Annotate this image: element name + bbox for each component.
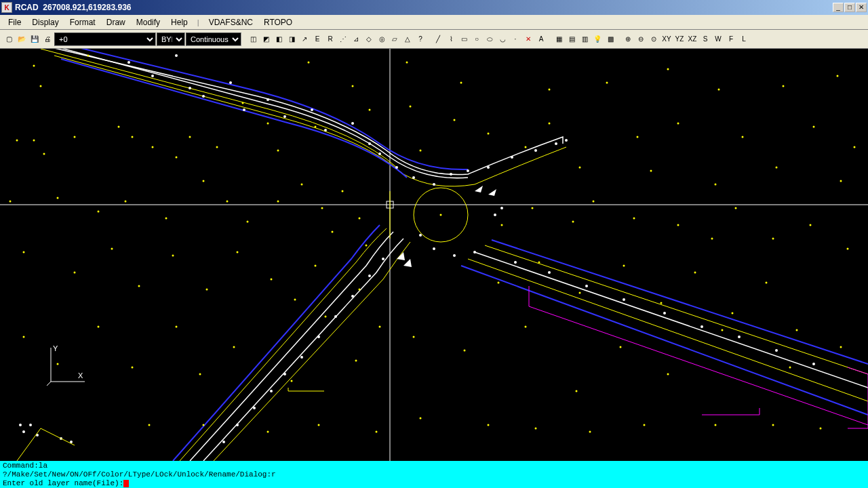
svg-point-26: [308, 62, 310, 64]
menu-modify[interactable]: Modify: [131, 16, 165, 28]
text-icon[interactable]: A: [535, 33, 547, 45]
svg-point-152: [467, 169, 469, 172]
view-xy[interactable]: XY: [660, 33, 673, 45]
svg-point-173: [236, 424, 239, 426]
tool-icon-7[interactable]: ⊿: [350, 33, 362, 45]
svg-point-62: [277, 201, 279, 203]
view-xz[interactable]: XZ: [686, 33, 698, 45]
linetype-select[interactable]: Continuous: [186, 33, 241, 46]
line-icon[interactable]: ╱: [432, 33, 444, 45]
svg-point-166: [351, 295, 354, 298]
svg-point-58: [165, 218, 167, 220]
svg-point-74: [633, 218, 635, 220]
ellipse-icon[interactable]: ⬭: [484, 33, 496, 45]
svg-point-32: [420, 150, 422, 152]
menu-vdafs[interactable]: VDAFS&NC: [203, 16, 258, 28]
view-yz[interactable]: YZ: [673, 33, 686, 45]
delete-icon[interactable]: ✕: [522, 33, 534, 45]
svg-point-129: [715, 424, 717, 426]
command-area[interactable]: Command:la ?/Make/Set/New/ON/OFf/Color/L…: [0, 461, 868, 488]
svg-point-162: [494, 214, 496, 216]
svg-point-90: [315, 265, 317, 267]
tool-icon-10[interactable]: ▱: [389, 33, 401, 45]
svg-point-91: [325, 316, 327, 318]
view-l[interactable]: L: [738, 33, 750, 45]
circle-icon[interactable]: ○: [471, 33, 483, 45]
svg-point-46: [718, 89, 720, 91]
color-select[interactable]: BYL: [157, 33, 185, 46]
view-s[interactable]: S: [699, 33, 711, 45]
tool-icon-2[interactable]: ◩: [260, 33, 272, 45]
svg-point-174: [222, 441, 225, 443]
menu-display[interactable]: Display: [26, 16, 64, 28]
tool-icon-11[interactable]: △: [401, 33, 414, 45]
menu-file[interactable]: File: [3, 16, 26, 28]
print-icon[interactable]: 🖨: [41, 33, 54, 45]
svg-point-21: [189, 136, 191, 138]
layer-select[interactable]: +0: [54, 33, 156, 46]
open-icon[interactable]: 📂: [16, 33, 28, 45]
zoom-icon-2[interactable]: ⊖: [635, 33, 647, 45]
grid-icon-3[interactable]: ▥: [578, 33, 591, 45]
svg-point-45: [715, 184, 717, 186]
svg-point-164: [382, 258, 384, 260]
svg-point-28: [352, 85, 354, 87]
view-f[interactable]: F: [725, 33, 737, 45]
tool-icon-4[interactable]: ◨: [285, 33, 298, 45]
svg-point-63: [301, 184, 303, 186]
menu-draw[interactable]: Draw: [101, 16, 131, 28]
svg-point-112: [233, 346, 235, 348]
svg-point-133: [820, 428, 822, 430]
toolbar: ▢ 📂 💾 🖨 +0 BYL Continuous ◫ ◩ ◧ ◨ ↗ E R …: [0, 30, 868, 49]
view-w[interactable]: W: [712, 33, 724, 45]
tool-icon-9[interactable]: ◎: [376, 33, 388, 45]
svg-point-30: [406, 62, 408, 64]
menu-help[interactable]: Help: [165, 16, 193, 28]
tool-icon-3[interactable]: ◧: [273, 33, 285, 45]
maximize-button[interactable]: □: [844, 3, 855, 12]
help-icon[interactable]: ?: [414, 33, 427, 45]
save-icon[interactable]: 💾: [28, 33, 41, 45]
zoom-icon-1[interactable]: ⊕: [622, 33, 634, 45]
svg-point-137: [189, 87, 191, 89]
minimize-button[interactable]: _: [833, 3, 844, 12]
svg-point-31: [410, 106, 412, 108]
bulb-icon[interactable]: 💡: [591, 33, 604, 45]
svg-point-82: [74, 272, 76, 274]
svg-point-72: [572, 221, 574, 223]
drawing-canvas[interactable]: Y X: [0, 49, 868, 461]
svg-point-108: [149, 424, 151, 426]
grid-icon-2[interactable]: ▤: [566, 33, 578, 45]
svg-point-113: [267, 431, 269, 433]
polyline-icon[interactable]: ⌇: [445, 33, 457, 45]
tool-icon-8[interactable]: ◇: [363, 33, 375, 45]
tool-icon-1[interactable]: ◫: [247, 33, 259, 45]
zoom-icon-3[interactable]: ⊙: [648, 33, 660, 45]
close-button[interactable]: ✕: [856, 3, 867, 12]
svg-point-149: [412, 176, 415, 179]
arc-icon[interactable]: ◡: [496, 33, 509, 45]
svg-point-169: [300, 356, 303, 359]
tool-icon-6[interactable]: ⋰: [337, 33, 349, 45]
svg-point-145: [351, 122, 354, 125]
tool-icon-5[interactable]: ↗: [298, 33, 311, 45]
svg-point-128: [667, 373, 669, 375]
rect-icon[interactable]: ▭: [458, 33, 470, 45]
svg-point-77: [735, 207, 737, 209]
svg-point-170: [283, 373, 286, 375]
svg-point-17: [118, 126, 120, 128]
grid-icon-4[interactable]: ▩: [604, 33, 616, 45]
menu-format[interactable]: Format: [64, 16, 101, 28]
svg-point-49: [783, 85, 785, 87]
svg-point-96: [579, 292, 581, 294]
grid-icon-1[interactable]: ▦: [553, 33, 565, 45]
svg-point-95: [538, 262, 540, 264]
point-icon[interactable]: ·: [509, 33, 521, 45]
svg-point-78: [772, 238, 774, 240]
menu-rtopo[interactable]: RTOPO: [258, 16, 298, 28]
new-icon[interactable]: ▢: [3, 33, 15, 45]
tool-icon-r[interactable]: R: [324, 33, 336, 45]
svg-point-119: [420, 418, 422, 420]
tool-icon-e[interactable]: E: [311, 33, 323, 45]
coords: 267008.921,619283.936: [43, 3, 131, 12]
